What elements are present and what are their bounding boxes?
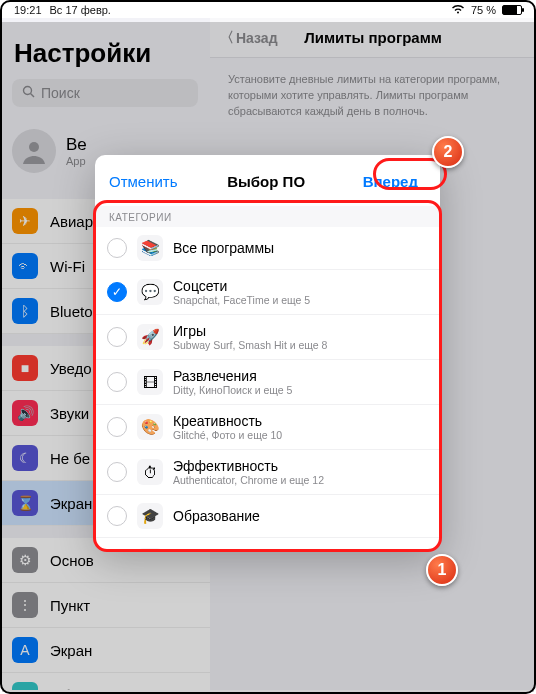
modal-title: Выбор ПО [227,173,305,190]
category-subtitle: Glitché, Фото и еще 10 [173,429,282,441]
category-title: Развлечения [173,368,292,384]
category-title: Игры [173,323,327,339]
radio-icon[interactable]: ✓ [107,282,127,302]
category-icon: 🚀 [137,324,163,350]
category-row[interactable]: 📚Все программы [95,227,440,270]
cancel-button[interactable]: Отменить [109,173,178,190]
radio-icon[interactable] [107,327,127,347]
status-time: 19:21 [14,4,42,16]
category-title: Соцсети [173,278,310,294]
category-subtitle: Snapchat, FaceTime и еще 5 [173,294,310,306]
category-icon: ⏱ [137,459,163,485]
radio-icon[interactable] [107,506,127,526]
category-subtitle: Authenticator, Chrome и еще 12 [173,474,324,486]
category-row[interactable]: 🎨КреативностьGlitché, Фото и еще 10 [95,405,440,450]
callout-1: 1 [426,554,458,586]
next-button[interactable]: Вперед [355,169,426,194]
category-row[interactable]: 📖Книги и справочникиКниги и Переводчик [95,538,440,550]
category-row[interactable]: 🎓Образование [95,495,440,538]
category-subtitle: Subway Surf, Smash Hit и еще 8 [173,339,327,351]
section-header: КАТЕГОРИИ [95,206,440,227]
category-title: Эффективность [173,458,324,474]
category-icon: 📖 [137,548,163,550]
category-row[interactable]: 🚀ИгрыSubway Surf, Smash Hit и еще 8 [95,315,440,360]
battery-icon [502,5,522,15]
status-date: Вс 17 февр. [50,4,111,16]
callout-2: 2 [432,136,464,168]
category-icon: 📚 [137,235,163,261]
category-row[interactable]: ⏱ЭффективностьAuthenticator, Chrome и ещ… [95,450,440,495]
category-title: Креативность [173,413,282,429]
battery-percent: 75 % [471,4,496,16]
category-list[interactable]: 📚Все программы✓💬СоцсетиSnapchat, FaceTim… [95,227,440,550]
wifi-icon [451,4,465,16]
radio-icon[interactable] [107,462,127,482]
category-row[interactable]: 🎞РазвлеченияDitty, КиноПоиск и еще 5 [95,360,440,405]
radio-icon[interactable] [107,238,127,258]
category-icon: 🎨 [137,414,163,440]
category-subtitle: Ditty, КиноПоиск и еще 5 [173,384,292,396]
status-bar: 19:21 Вс 17 февр. 75 % [0,0,536,18]
category-title: Все программы [173,240,274,256]
radio-icon[interactable] [107,417,127,437]
category-title: Книги и справочники [173,546,307,550]
radio-icon[interactable] [107,372,127,392]
category-icon: 🎞 [137,369,163,395]
category-icon: 💬 [137,279,163,305]
category-title: Образование [173,508,260,524]
category-icon: 🎓 [137,503,163,529]
category-picker-modal: Отменить Выбор ПО Вперед КАТЕГОРИИ 📚Все … [95,155,440,550]
category-row[interactable]: ✓💬СоцсетиSnapchat, FaceTime и еще 5 [95,270,440,315]
